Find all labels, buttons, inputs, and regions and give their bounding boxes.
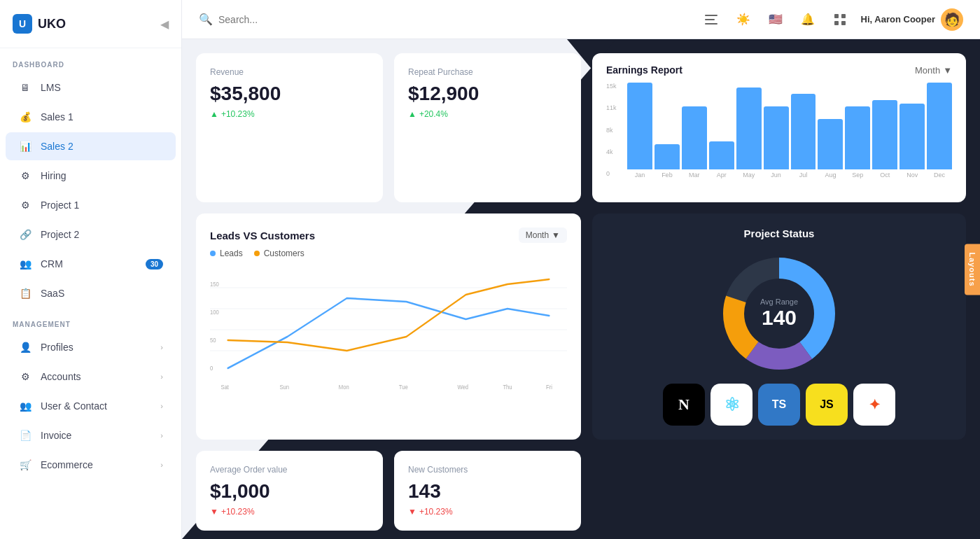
- sidebar-item-hiring[interactable]: ⚙ Hiring: [6, 162, 176, 190]
- leads-dot: [210, 251, 216, 256]
- menu-icon[interactable]: [700, 8, 722, 31]
- bar-label: Jul: [799, 172, 808, 178]
- svg-text:Wed: Wed: [457, 383, 468, 391]
- bar-label: May: [743, 172, 755, 178]
- project-status-card: Project Status Avg Range 140: [592, 214, 966, 440]
- donut-avg-label: Avg Range: [760, 298, 798, 306]
- bar-label: Jan: [635, 172, 645, 178]
- legend-customers-label: Customers: [264, 248, 304, 258]
- sidebar-item-lms[interactable]: 🖥 LMS: [6, 74, 176, 102]
- sidebar-item-accounts[interactable]: ⚙ Accounts ›: [6, 363, 176, 391]
- bar: [845, 106, 870, 169]
- repeat-change-value: +20.4%: [419, 109, 448, 119]
- sidebar-item-user-contact[interactable]: 👥 User & Contact ›: [6, 392, 176, 420]
- bar-label: Aug: [825, 172, 836, 178]
- bar: [709, 141, 734, 169]
- y-label-11k: 11k: [606, 104, 626, 111]
- repeat-purchase-change: ▲ +20.4%: [408, 109, 567, 119]
- avg-change-value: +10.23%: [221, 507, 255, 517]
- hiring-icon: ⚙: [18, 169, 32, 183]
- donut-chart-wrap: Avg Range 140: [606, 251, 952, 377]
- header: 🔍 ☀️ 🇺🇸 🔔 Hi, Aaron Cooper 🧑: [182, 0, 980, 39]
- leads-period-label: Month: [526, 230, 549, 240]
- search-input[interactable]: [218, 14, 341, 25]
- svg-text:Tue: Tue: [399, 383, 408, 391]
- sidebar-item-saas[interactable]: 📋 SaaS: [6, 279, 176, 307]
- bar-col: May: [736, 83, 762, 178]
- down-arrow-icon: ▼: [210, 507, 218, 517]
- notification-icon[interactable]: 🔔: [797, 8, 819, 31]
- bar-col: Oct: [872, 83, 897, 178]
- bar-label: Dec: [934, 172, 945, 178]
- dashboard-section-label: DASHBOARD: [0, 48, 181, 73]
- avatar: 🧑: [941, 8, 963, 31]
- svg-text:150: 150: [210, 280, 219, 288]
- sidebar-item-crm[interactable]: 👥 CRM 30: [6, 250, 176, 278]
- line-chart-svg: 150 100 50 0 Sat Sun Mon Tue Wed: [210, 267, 567, 393]
- bar-col: Mar: [682, 83, 707, 178]
- avg-order-change: ▼ +10.23%: [210, 507, 369, 517]
- sidebar-item-label-invoice: Invoice: [41, 430, 71, 441]
- bar: [654, 144, 680, 169]
- sidebar-item-project1[interactable]: ⚙ Project 1: [6, 191, 176, 219]
- tech-icons-row: N ⚛ TS JS ✦: [606, 384, 952, 426]
- collapse-button[interactable]: ◀: [160, 18, 169, 31]
- user-name: Hi, Aaron Cooper: [861, 14, 935, 24]
- bar-col: Sep: [845, 83, 870, 178]
- new-customers-card: New Customers 143 ▼ +10.23%: [394, 451, 581, 531]
- avg-order-card: Average Order value $1,000 ▼ +10.23%: [196, 451, 383, 531]
- sidebar-item-ecommerce[interactable]: 🛒 Ecommerce ›: [6, 451, 176, 479]
- bar-label: Oct: [880, 172, 890, 178]
- chart-legend: Leads Customers: [210, 248, 567, 258]
- svg-text:50: 50: [210, 336, 216, 344]
- bar: [927, 83, 952, 169]
- bar: [872, 100, 897, 169]
- theme-toggle-icon[interactable]: ☀️: [732, 8, 755, 31]
- bar-chart: 15k 11k 8k 4k 0 JanFebMarAprMayJunJulAug…: [606, 83, 952, 191]
- figma-icon: ✦: [853, 384, 895, 426]
- bar-label: Feb: [662, 172, 673, 178]
- project-status-title: Project Status: [606, 227, 952, 239]
- chevron-right-icon-3: ›: [160, 402, 163, 410]
- sidebar-item-project2[interactable]: 🔗 Project 2: [6, 220, 176, 248]
- leads-period-selector[interactable]: Month ▼: [519, 227, 567, 243]
- svg-text:Thu: Thu: [503, 383, 512, 391]
- repeat-purchase-label: Repeat Purchase: [408, 67, 567, 77]
- sidebar-item-invoice[interactable]: 📄 Invoice ›: [6, 421, 176, 449]
- sidebar-item-label-profiles: Profiles: [41, 342, 74, 353]
- management-section-label: MANAGEMENT: [0, 308, 181, 332]
- search-wrap: 🔍: [199, 13, 341, 26]
- sidebar-logo: U UKO ◀: [0, 0, 181, 48]
- svg-rect-2: [705, 23, 718, 24]
- svg-text:0: 0: [210, 364, 214, 372]
- flag-icon[interactable]: 🇺🇸: [764, 8, 787, 31]
- layouts-tab[interactable]: Layouts: [965, 244, 980, 295]
- revenue-change: ▲ +10.23%: [210, 109, 369, 119]
- dropdown-arrow-icon: ▼: [943, 65, 952, 76]
- user-info[interactable]: Hi, Aaron Cooper 🧑: [861, 8, 963, 31]
- sidebar-item-sales2[interactable]: 📊 Sales 2: [6, 132, 176, 160]
- grid-icon[interactable]: [829, 8, 851, 31]
- leads-dropdown-icon: ▼: [552, 230, 560, 240]
- new-customers-label: New Customers: [408, 465, 567, 475]
- invoice-icon: 📄: [18, 428, 32, 442]
- leads-title: Leads VS Customers: [210, 230, 315, 241]
- bar-col: Nov: [899, 83, 925, 178]
- svg-text:Sun: Sun: [279, 383, 289, 391]
- sidebar-item-sales1[interactable]: 💰 Sales 1: [6, 103, 176, 131]
- bars-container: JanFebMarAprMayJunJulAugSepOctNovDec: [627, 83, 952, 191]
- leads-chart-card: Leads VS Customers Month ▼ Leads Custome…: [196, 214, 581, 440]
- logo-icon: U: [13, 14, 32, 34]
- svg-rect-5: [834, 21, 839, 25]
- sidebar-item-label-sales1: Sales 1: [41, 111, 74, 122]
- repeat-purchase-value: $12,900: [408, 83, 567, 105]
- earnings-report-card: Earnings Report Month ▼ 15k 11k 8k 4k 0: [592, 53, 966, 202]
- donut-avg-value: 140: [760, 306, 798, 330]
- bar: [627, 83, 652, 169]
- bar-label: Jun: [771, 172, 781, 178]
- sidebar-item-label-saas: SaaS: [41, 288, 64, 299]
- sidebar-item-profiles[interactable]: 👤 Profiles ›: [6, 333, 176, 361]
- earnings-period-selector[interactable]: Month ▼: [915, 65, 952, 76]
- javascript-icon: JS: [806, 384, 848, 426]
- legend-customers: Customers: [254, 248, 304, 258]
